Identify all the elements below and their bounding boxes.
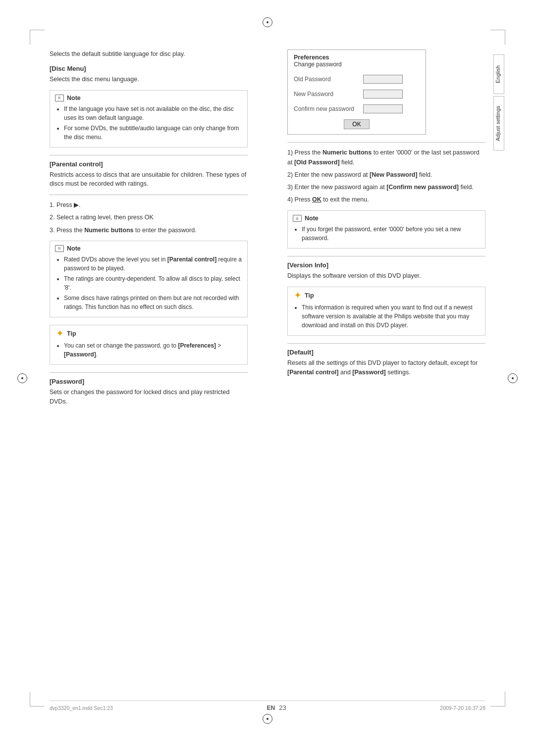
step-3: 3. Press the Numeric buttons to enter th… bbox=[50, 225, 248, 236]
note3-label: Note bbox=[305, 215, 319, 222]
divider-2 bbox=[50, 195, 248, 195]
confirm-password-label: Confirm new password bbox=[294, 105, 358, 112]
note-box-1: Note If the language you have set is not… bbox=[50, 90, 248, 148]
left-column: Selects the default subtitle language fo… bbox=[50, 50, 258, 697]
new-password-row: New Password bbox=[288, 87, 426, 101]
note-box-3: Note If you forget the password, enter '… bbox=[287, 210, 485, 249]
preferences-panel: Preferences Change password Old Password… bbox=[287, 50, 426, 135]
old-password-label: Old Password bbox=[294, 76, 358, 83]
password-text: Sets or changes the password for locked … bbox=[50, 388, 248, 406]
instruction-1: 1) Press the Numeric buttons to enter '0… bbox=[287, 148, 485, 167]
new-password-label: New Password bbox=[294, 91, 358, 98]
instruction-3: 3) Enter the new password again at [Conf… bbox=[287, 182, 485, 192]
english-label: English bbox=[493, 54, 504, 94]
tip-box-1: ✦ Tip You can set or change the password… bbox=[50, 325, 248, 365]
confirm-password-input[interactable] bbox=[363, 104, 403, 113]
divider-r1 bbox=[287, 142, 485, 143]
tip1-header: ✦ Tip bbox=[55, 329, 242, 338]
corner-mark-tl bbox=[30, 30, 45, 45]
side-labels: English Adjust settings bbox=[493, 54, 504, 692]
divider-1 bbox=[50, 155, 248, 155]
reg-circle-right bbox=[508, 373, 518, 383]
disc-menu-heading: [Disc Menu] bbox=[50, 65, 248, 72]
note2-item-1: Rated DVDs above the level you set in [P… bbox=[64, 255, 242, 273]
confirm-password-row: Confirm new password bbox=[288, 101, 426, 116]
main-content: Selects the default subtitle language fo… bbox=[50, 50, 485, 697]
note1-label: Note bbox=[67, 95, 81, 101]
instruction-4: 4) Press OK to exit the menu. bbox=[287, 195, 485, 204]
new-password-input[interactable] bbox=[363, 90, 403, 99]
intro-text: Selects the default subtitle language fo… bbox=[50, 50, 248, 59]
version-heading: [Version Info] bbox=[287, 261, 485, 269]
right-column: Preferences Change password Old Password… bbox=[277, 50, 485, 697]
change-password-instructions: 1) Press the Numeric buttons to enter '0… bbox=[287, 148, 485, 204]
adjust-label: Adjust settings bbox=[493, 96, 504, 151]
prefs-header: Preferences Change password bbox=[288, 50, 426, 72]
default-text: Resets all the settings of this DVD play… bbox=[287, 358, 485, 377]
parental-text: Restricts access to discs that are unsui… bbox=[50, 170, 248, 189]
file-info-right: 2009-7-20 16:37:28 bbox=[440, 705, 485, 711]
disc-menu-text: Selects the disc menu language. bbox=[50, 75, 248, 84]
page-number-area: EN 23 bbox=[267, 704, 286, 711]
page-number: 23 bbox=[279, 704, 286, 711]
note2-item-3: Some discs have ratings printed on them … bbox=[64, 294, 242, 311]
ok-row: OK bbox=[288, 116, 426, 134]
version-text: Displays the software version of this DV… bbox=[287, 271, 485, 281]
note1-header: Note bbox=[55, 95, 242, 101]
default-heading: [Default] bbox=[287, 349, 485, 356]
note2-header: Note bbox=[55, 245, 242, 252]
old-password-row: Old Password bbox=[288, 72, 426, 87]
tip-icon-2: ✦ bbox=[293, 291, 302, 300]
tip2-label: Tip bbox=[305, 292, 314, 299]
step-1: 1. Press ▶. bbox=[50, 200, 248, 210]
ok-button[interactable]: OK bbox=[344, 119, 369, 129]
file-info-left: dvp3320_en1.indd Sec1:23 bbox=[50, 705, 113, 711]
note3-list: If you forget the password, enter '0000'… bbox=[302, 225, 480, 243]
divider-r2 bbox=[287, 256, 485, 256]
reg-circle-bottom bbox=[263, 714, 272, 724]
tip-box-2: ✦ Tip This information is required when … bbox=[287, 287, 485, 336]
prefs-subtitle: Change password bbox=[294, 61, 420, 68]
tip1-label: Tip bbox=[67, 330, 76, 337]
note1-item-1: If the language you have set is not avai… bbox=[64, 104, 242, 122]
note3-item-1: If you forget the password, enter '0000'… bbox=[302, 225, 480, 243]
prefs-title: Preferences bbox=[294, 54, 420, 61]
divider-3 bbox=[50, 372, 248, 373]
tip2-list: This information is required when you wa… bbox=[302, 303, 480, 330]
password-heading: [Password] bbox=[50, 378, 248, 385]
reg-circle-top bbox=[263, 17, 272, 27]
note-icon-3 bbox=[293, 215, 302, 222]
instruction-2: 2) Enter the new password at [New Passwo… bbox=[287, 170, 485, 180]
corner-mark-bl bbox=[30, 692, 45, 706]
note-box-2: Note Rated DVDs above the level you set … bbox=[50, 241, 248, 317]
tip2-item-1: This information is required when you wa… bbox=[302, 303, 480, 330]
step-2: 2. Select a rating level, then press OK bbox=[50, 212, 248, 223]
corner-mark-br bbox=[490, 692, 505, 706]
old-password-input[interactable] bbox=[363, 75, 403, 84]
two-column-layout: Selects the default subtitle language fo… bbox=[50, 50, 485, 697]
note2-item-2: The ratings are country-dependent. To al… bbox=[64, 274, 242, 292]
note1-item-2: For some DVDs, the subtitle/audio langua… bbox=[64, 124, 242, 142]
parental-steps: 1. Press ▶. 2. Select a rating level, th… bbox=[50, 200, 248, 236]
tip1-list: You can set or change the password, go t… bbox=[64, 341, 242, 359]
bottom-bar: dvp3320_en1.indd Sec1:23 EN 23 2009-7-20… bbox=[50, 701, 485, 711]
note2-label: Note bbox=[67, 245, 81, 252]
note-icon-1 bbox=[55, 95, 64, 101]
parental-heading: [Parental control] bbox=[50, 160, 248, 168]
reg-circle-left bbox=[17, 373, 27, 383]
note3-header: Note bbox=[293, 215, 480, 222]
divider-r3 bbox=[287, 343, 485, 344]
note-icon-2 bbox=[55, 245, 64, 252]
corner-mark-tr bbox=[490, 30, 505, 45]
tip1-item-1: You can set or change the password, go t… bbox=[64, 341, 242, 359]
note1-list: If the language you have set is not avai… bbox=[64, 104, 242, 142]
tip2-header: ✦ Tip bbox=[293, 291, 480, 300]
page-container: English Adjust settings Selects the defa… bbox=[0, 0, 535, 756]
tip-icon-1: ✦ bbox=[55, 329, 64, 338]
en-label: EN bbox=[267, 705, 275, 711]
note2-list: Rated DVDs above the level you set in [P… bbox=[64, 255, 242, 311]
